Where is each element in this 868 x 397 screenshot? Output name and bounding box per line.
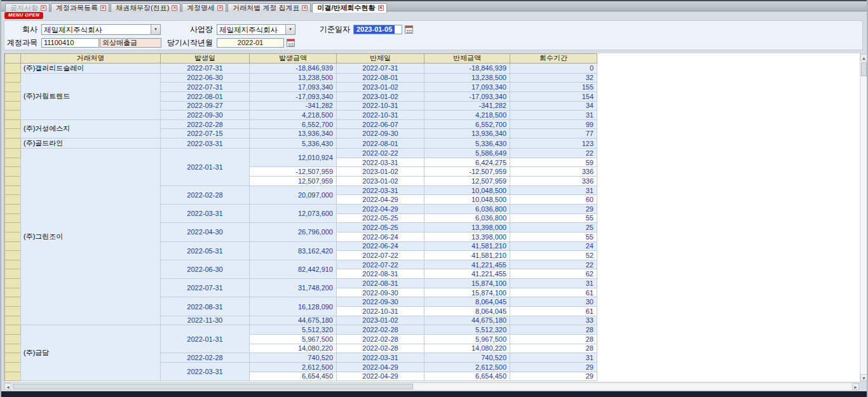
row-selector[interactable]	[5, 362, 21, 372]
account-name-field[interactable]: 외상매출금	[100, 38, 161, 48]
horizontal-scrollbar[interactable]: ◄ ►	[4, 382, 860, 391]
settlement-date-cell: 2022-06-24	[337, 232, 424, 241]
vertical-scroll-thumb[interactable]	[861, 62, 867, 76]
tab-item[interactable]: 거래처별 계정 집계표	[227, 3, 311, 12]
occurrence-date-cell: 2022-07-31	[161, 83, 250, 92]
occurrence-amount-cell: -17,093,340	[250, 91, 337, 101]
row-selector[interactable]	[5, 111, 21, 120]
horizontal-scroll-thumb[interactable]	[13, 384, 413, 389]
vertical-scrollbar[interactable]: ▲ ▼	[860, 53, 868, 382]
bizplace-select[interactable]: 제일제지주식회사 ▼	[217, 24, 295, 35]
row-selector[interactable]	[5, 325, 21, 335]
row-selector[interactable]	[5, 279, 21, 288]
account-name-value: 외상매출금	[102, 39, 137, 46]
occurrence-amount-cell: 5,512,320	[250, 325, 337, 335]
customer-name-cell: (주)갤러리드슬레이	[21, 63, 161, 73]
row-selector[interactable]	[5, 101, 21, 111]
period-start-input[interactable]: 2022-01	[217, 38, 284, 48]
row-selector[interactable]	[5, 213, 21, 223]
calendar-icon-top	[405, 26, 412, 28]
occurrence-amount-cell: -12,507,959	[250, 167, 337, 177]
row-selector[interactable]	[5, 372, 21, 381]
row-selector[interactable]	[5, 307, 21, 316]
row-selector[interactable]	[5, 167, 21, 177]
scroll-right-arrow-icon[interactable]: ►	[852, 383, 859, 390]
tab-close-icon[interactable]	[302, 5, 308, 11]
chevron-down-icon[interactable]: ▼	[285, 25, 295, 34]
bizplace-label: 사업장	[166, 24, 213, 35]
settlement-date-cell: 2022-02-28	[337, 325, 424, 335]
tab-label: 채권채무장(전표)	[116, 4, 169, 12]
tab-close-icon[interactable]	[172, 5, 177, 11]
customer-name-cell: (주)거림트렌드	[21, 73, 161, 119]
row-selector[interactable]	[5, 83, 21, 92]
tab-close-icon[interactable]	[41, 5, 46, 11]
col-header-settle-amount: 반제금액	[424, 54, 510, 64]
occurrence-amount-cell: 13,936,340	[250, 129, 337, 138]
tab-item[interactable]: 계정명세	[182, 3, 226, 12]
tab-close-icon[interactable]	[100, 5, 106, 11]
row-selector[interactable]	[5, 73, 21, 83]
collection-period-cell: 62	[510, 269, 597, 279]
base-date-input[interactable]: 2023-01-05	[353, 25, 402, 34]
row-selector[interactable]	[5, 91, 21, 101]
row-selector[interactable]	[5, 138, 21, 149]
row-selector[interactable]	[5, 353, 21, 363]
row-selector[interactable]	[5, 223, 21, 232]
settlement-amount-cell: 41,581,210	[424, 251, 510, 260]
row-selector[interactable]	[5, 288, 21, 297]
row-selector[interactable]	[5, 119, 21, 129]
chevron-down-icon[interactable]: ▼	[151, 25, 160, 34]
account-code-input[interactable]: 11100410	[41, 38, 99, 48]
calendar-icon[interactable]	[287, 39, 295, 47]
tab-item[interactable]: 공지사항	[5, 3, 50, 12]
tab-active[interactable]: 미결/반제회수현황	[312, 3, 386, 13]
row-selector[interactable]	[5, 177, 21, 186]
collection-period-cell: 30	[510, 297, 597, 307]
row-selector[interactable]	[5, 63, 21, 73]
row-selector[interactable]	[5, 344, 21, 353]
customer-name-cell: (주)그린조이	[21, 149, 161, 325]
occurrence-date-cell: 2022-07-31	[161, 279, 250, 297]
menu-open-button[interactable]: MENU OPEN	[4, 12, 43, 19]
settlement-amount-cell: 15,874,100	[424, 288, 510, 297]
row-selector[interactable]	[5, 158, 21, 167]
scroll-down-arrow-icon[interactable]: ▼	[860, 374, 867, 381]
occurrence-date-cell: 2022-09-30	[161, 111, 250, 120]
row-selector[interactable]	[5, 195, 21, 205]
scroll-up-arrow-icon[interactable]: ▲	[860, 54, 867, 61]
settlement-amount-cell: 14,080,220	[424, 344, 510, 353]
row-selector[interactable]	[5, 316, 21, 325]
row-selector[interactable]	[5, 149, 21, 158]
occurrence-date-cell: 2022-02-28	[161, 353, 250, 363]
row-selector[interactable]	[5, 129, 21, 138]
occurrence-amount-cell: 31,748,200	[250, 279, 337, 297]
company-select[interactable]: 제일제지주식회사 ▼	[41, 24, 161, 35]
row-selector[interactable]	[5, 241, 21, 251]
row-selector[interactable]	[5, 251, 21, 260]
row-selector[interactable]	[5, 334, 21, 344]
row-selector[interactable]	[5, 297, 21, 307]
scroll-left-arrow-icon[interactable]: ◄	[4, 383, 11, 390]
calendar-icon[interactable]	[405, 25, 413, 34]
tab-item[interactable]: 채권채무장(전표)	[111, 3, 180, 12]
col-header-collect-period: 회수기간	[510, 54, 597, 64]
occurrence-date-cell: 2022-06-30	[161, 260, 250, 278]
row-selector[interactable]	[5, 260, 21, 269]
collection-period-cell: 22	[510, 149, 597, 158]
row-selector[interactable]	[5, 232, 21, 241]
occurrence-amount-cell: -18,846,939	[250, 63, 337, 73]
collection-period-cell: 154	[510, 91, 597, 101]
tab-item[interactable]: 계정과목등록	[51, 3, 109, 12]
settlement-amount-cell: 6,654,450	[424, 372, 510, 381]
occurrence-amount-cell: 20,097,000	[250, 185, 337, 204]
settlement-amount-cell: -341,282	[424, 101, 510, 111]
tab-close-icon[interactable]	[217, 5, 223, 11]
tab-close-icon[interactable]	[378, 5, 384, 11]
settlement-date-cell: 2022-04-29	[337, 195, 424, 205]
row-selector[interactable]	[5, 269, 21, 279]
collection-period-cell: 61	[510, 307, 597, 316]
collection-period-cell: 123	[510, 138, 597, 149]
row-selector[interactable]	[5, 185, 21, 195]
row-selector[interactable]	[5, 204, 21, 213]
